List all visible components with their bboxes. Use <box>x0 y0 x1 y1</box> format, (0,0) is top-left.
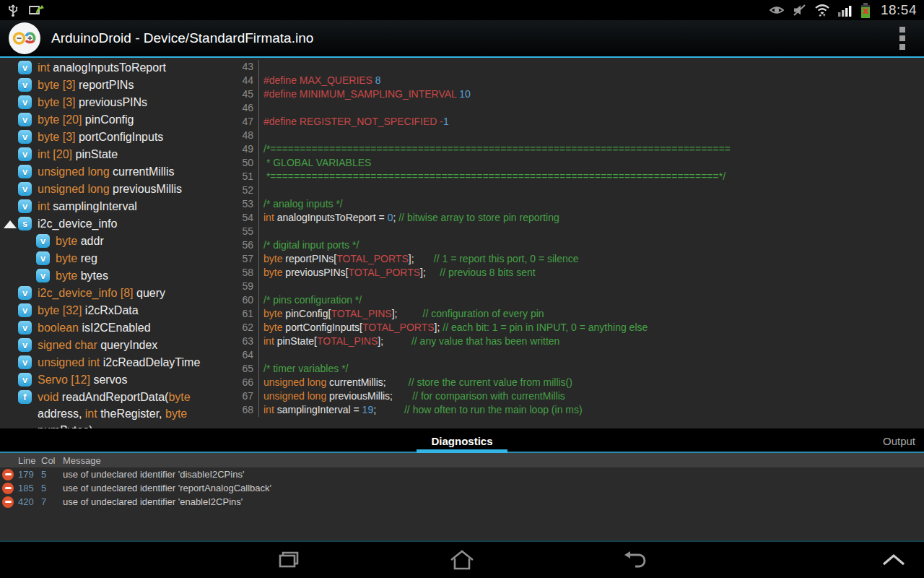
diag-message: use of undeclared identifier 'enableI2CP… <box>63 496 924 507</box>
symbol-tree-item[interactable]: vbyte bytes <box>0 267 230 285</box>
tab-output[interactable]: Output <box>883 428 915 453</box>
action-bar: ArduinoDroid - Device/StandardFirmata.in… <box>0 20 924 58</box>
symbol-tree-item[interactable]: vint [20] pinState <box>0 146 230 163</box>
symbol-tree-item[interactable]: vsigned char queryIndex <box>0 337 230 354</box>
symbol-tree-item[interactable]: vint analogInputsToReport <box>0 59 230 77</box>
header-message: Message <box>63 455 924 466</box>
code-line[interactable]: 46 <box>230 101 924 115</box>
symbol-label: int [20] pinState <box>38 146 118 163</box>
code-line[interactable]: 44#define MAX_QUERIES 8 <box>230 74 924 87</box>
code-line[interactable]: 67unsigned long previousMillis; // for c… <box>230 389 924 403</box>
symbol-tree-item[interactable]: vboolean isI2CEnabled <box>0 319 230 337</box>
symbol-label: byte reg <box>56 250 97 267</box>
v-badge-icon: v <box>18 373 32 387</box>
diagnostic-row[interactable]: 1855use of undeclared identifier 'report… <box>0 481 924 495</box>
code-line[interactable]: 49/*====================================… <box>230 142 924 156</box>
symbol-label: int analogInputsToReport <box>38 59 166 76</box>
code-line[interactable]: 63int pinState[TOTAL_PINS]; // any value… <box>230 335 924 348</box>
symbol-label: void readAndReportData(byte address, int… <box>38 389 230 428</box>
code-line[interactable]: 57byte reportPINs[TOTAL_PORTS]; // 1 = r… <box>230 252 924 266</box>
code-line[interactable]: 52 <box>230 184 924 197</box>
symbol-tree-item[interactable]: vbyte addr <box>0 233 230 250</box>
symbol-tree-item[interactable]: vbyte [20] pinConfig <box>0 111 230 129</box>
code-text: #define REGISTER_NOT_SPECIFIED -1 <box>259 115 449 129</box>
code-line[interactable]: 60/* pins configuration */ <box>230 293 924 307</box>
code-line[interactable]: 55 <box>230 225 924 238</box>
symbol-label: byte [3] previousPINs <box>38 94 147 111</box>
code-line[interactable]: 47#define REGISTER_NOT_SPECIFIED -1 <box>230 115 924 129</box>
code-line[interactable]: 62byte portConfigInputs[TOTAL_PORTS]; //… <box>230 321 924 335</box>
line-number: 63 <box>230 335 259 348</box>
line-number: 67 <box>230 389 259 403</box>
v-badge-icon: v <box>18 95 32 109</box>
usb-icon <box>7 3 19 17</box>
code-line[interactable]: 45#define MINIMUM_SAMPLING_INTERVAL 10 <box>230 87 924 101</box>
code-line[interactable]: 56/* digital input ports */ <box>230 238 924 252</box>
clock: 18:54 <box>881 2 917 18</box>
screen: 18:54 ArduinoDroid - Device/StandardFirm… <box>0 0 924 578</box>
android-nav-bar <box>0 542 924 578</box>
symbol-tree-item[interactable]: si2c_device_info <box>0 215 230 233</box>
code-text: int analogInputsToReport = 0; // bitwise… <box>259 211 559 225</box>
code-line[interactable]: 50 * GLOBAL VARIABLES <box>230 156 924 170</box>
back-button[interactable] <box>612 542 658 578</box>
line-number: 54 <box>230 211 259 225</box>
symbol-tree-item[interactable]: vbyte [32] i2cRxData <box>0 302 230 319</box>
code-text: *=======================================… <box>259 170 725 184</box>
symbol-tree-item[interactable]: fvoid readAndReportData(byte address, in… <box>0 389 230 428</box>
code-text: #define MAX_QUERIES 8 <box>259 74 381 87</box>
code-line[interactable]: 53/* analog inputs */ <box>230 197 924 211</box>
mute-icon <box>793 4 806 17</box>
symbol-tree-item[interactable]: vi2c_device_info [8] query <box>0 285 230 302</box>
line-number: 64 <box>230 348 259 362</box>
collapse-arrow-icon[interactable] <box>4 220 17 228</box>
code-line[interactable]: 66unsigned long currentMillis; // store … <box>230 376 924 389</box>
s-badge-icon: s <box>18 217 32 230</box>
code-line[interactable]: 68int samplingInterval = 19; // how ofte… <box>230 403 924 417</box>
line-number: 50 <box>230 156 259 170</box>
line-number: 44 <box>230 74 259 87</box>
code-line[interactable]: 64 <box>230 348 924 362</box>
diagnostic-row[interactable]: 4207use of undeclared identifier 'enable… <box>0 495 924 509</box>
symbol-tree-item[interactable]: vunsigned long currentMillis <box>0 163 230 181</box>
code-text: byte pinConfig[TOTAL_PINS]; // configura… <box>259 307 544 321</box>
code-line[interactable]: 58byte previousPINs[TOTAL_PORTS]; // pre… <box>230 266 924 280</box>
symbol-tree-item[interactable]: vbyte [3] portConfigInputs <box>0 129 230 146</box>
v-badge-icon: v <box>18 61 32 74</box>
collapse-navbar-button[interactable] <box>873 542 914 578</box>
symbol-tree-item[interactable]: vint samplingInterval <box>0 198 230 215</box>
code-text: byte previousPINs[TOTAL_PORTS]; // previ… <box>259 266 536 280</box>
diagnostic-row[interactable]: 1795use of undeclared identifier 'disabl… <box>0 467 924 481</box>
line-number: 48 <box>230 129 259 142</box>
code-text: byte reportPINs[TOTAL_PORTS]; // 1 = rep… <box>259 252 579 266</box>
symbol-tree-item[interactable]: vunsigned int i2cReadDelayTime <box>0 354 230 371</box>
code-line[interactable]: 59 <box>230 280 924 293</box>
code-line[interactable]: 51 *====================================… <box>230 170 924 184</box>
symbol-tree-item[interactable]: vbyte [3] previousPINs <box>0 94 230 111</box>
symbol-tree-item[interactable]: vbyte [3] reportPINs <box>0 77 230 94</box>
page-title: ArduinoDroid - Device/StandardFirmata.in… <box>51 30 313 46</box>
symbol-tree-item[interactable]: vunsigned long previousMillis <box>0 181 230 198</box>
recent-apps-button[interactable] <box>266 542 312 578</box>
code-editor[interactable]: 4344#define MAX_QUERIES 845#define MINIM… <box>230 58 924 428</box>
symbol-tree-item[interactable]: vServo [12] servos <box>0 371 230 389</box>
arduinodroid-logo[interactable] <box>9 22 40 54</box>
home-button[interactable] <box>439 542 485 578</box>
v-badge-icon: v <box>36 251 50 265</box>
symbol-label: unsigned int i2cReadDelayTime <box>38 354 200 371</box>
symbol-tree-item[interactable]: vbyte reg <box>0 250 230 267</box>
symbol-tree: vint analogInputsToReportvbyte [3] repor… <box>0 58 230 428</box>
code-text: /* digital input ports */ <box>259 238 359 252</box>
code-line[interactable]: 61byte pinConfig[TOTAL_PINS]; // configu… <box>230 307 924 321</box>
code-line[interactable]: 43 <box>230 60 924 74</box>
code-text: /* timer variables */ <box>259 362 348 376</box>
code-line[interactable]: 65/* timer variables */ <box>230 362 924 376</box>
line-number: 59 <box>230 280 259 293</box>
battery-icon <box>860 3 871 18</box>
line-number: 56 <box>230 238 259 252</box>
overflow-menu-icon[interactable] <box>895 22 910 54</box>
line-number: 60 <box>230 293 259 307</box>
code-text: unsigned long previousMillis; // for com… <box>259 389 565 403</box>
code-line[interactable]: 54int analogInputsToReport = 0; // bitwi… <box>230 211 924 225</box>
code-line[interactable]: 48 <box>230 129 924 142</box>
